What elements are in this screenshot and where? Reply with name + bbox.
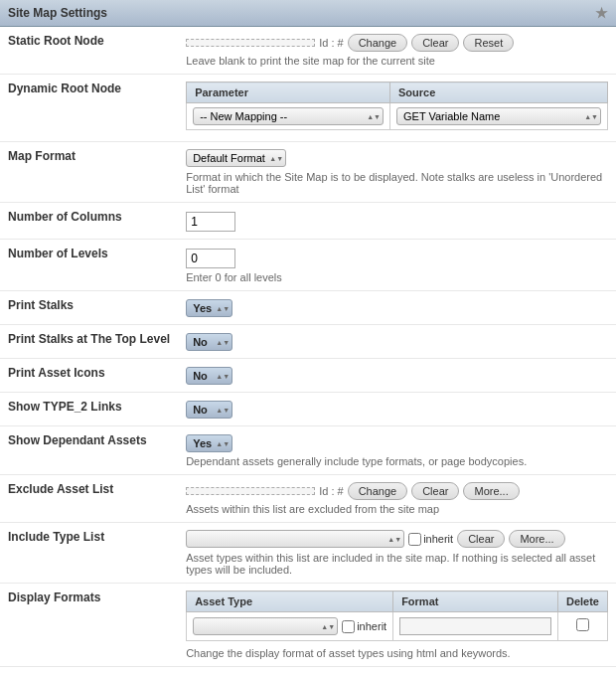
include-type-hint: Asset types within this list are include… <box>186 552 608 576</box>
source-select-wrapper: GET Variable Name <box>396 107 601 125</box>
print-stalks-top-label: Print Stalks at The Top Level <box>8 332 170 346</box>
static-root-id-label: Id : # <box>319 37 343 49</box>
map-format-row: Map Format Default Format Format in whic… <box>0 142 616 203</box>
static-root-clear-button[interactable]: Clear <box>411 34 459 52</box>
print-asset-icons-select[interactable]: No Yes <box>186 367 232 385</box>
show-type2-links-label: Show TYPE_2 Links <box>8 400 122 414</box>
number-of-levels-label: Number of Levels <box>8 247 108 260</box>
print-stalks-top-select-wrapper: No Yes <box>186 333 232 351</box>
include-type-clear-button[interactable]: Clear <box>457 530 505 548</box>
print-stalks-top-row: Print Stalks at The Top Level No Yes <box>0 325 616 359</box>
display-formats-table: Asset Type Format Delete <box>186 591 608 641</box>
source-col-header: Source <box>389 83 607 103</box>
parameter-col-header: Parameter <box>187 83 390 103</box>
display-formats-row: Display Formats Asset Type Format Delete <box>0 584 616 667</box>
format-input[interactable] <box>399 617 551 635</box>
static-root-node-label: Static Root Node <box>8 34 104 48</box>
dynamic-root-node-row: Dynamic Root Node Parameter Source - <box>0 75 616 142</box>
exclude-asset-list-row: Exclude Asset List Id : # Change Clear M… <box>0 475 616 523</box>
include-type-list-row: Include Type List inherit Clear More... … <box>0 523 616 584</box>
title-bar: Site Map Settings ★ <box>0 0 616 27</box>
print-stalks-select[interactable]: Yes No <box>186 299 232 317</box>
exclude-asset-change-button[interactable]: Change <box>348 482 408 500</box>
star-icon: ★ <box>595 5 608 21</box>
include-type-inherit-checkbox[interactable] <box>408 533 421 546</box>
display-formats-hint: Change the display format of asset types… <box>186 647 608 659</box>
display-format-row: inherit <box>187 612 608 641</box>
print-asset-icons-row: Print Asset Icons No Yes <box>0 359 616 393</box>
number-of-columns-input[interactable] <box>186 212 235 232</box>
show-dependant-select-wrapper: Yes No <box>186 434 232 452</box>
number-of-levels-row: Number of Levels Enter 0 for all levels <box>0 240 616 291</box>
exclude-asset-list-label: Exclude Asset List <box>8 482 113 496</box>
static-root-change-button[interactable]: Change <box>348 34 408 52</box>
print-stalks-label: Print Stalks <box>8 298 74 312</box>
include-type-list-label: Include Type List <box>8 530 104 544</box>
show-dependant-label: Show Dependant Assets <box>8 433 147 447</box>
include-type-more-button[interactable]: More... <box>509 530 564 548</box>
number-of-levels-input[interactable] <box>186 249 235 268</box>
mapping-select[interactable]: -- New Mapping -- <box>193 107 384 125</box>
static-root-node-display <box>186 39 315 47</box>
include-type-select-wrapper <box>186 530 404 548</box>
asset-type-select-wrapper <box>193 617 338 635</box>
delete-checkbox[interactable] <box>576 618 589 631</box>
exclude-asset-hint: Assets within this list are excluded fro… <box>186 503 608 515</box>
source-select[interactable]: GET Variable Name <box>396 107 601 125</box>
number-of-levels-hint: Enter 0 for all levels <box>186 271 608 283</box>
display-format-inherit-checkbox[interactable] <box>342 620 355 633</box>
exclude-asset-id-label: Id : # <box>319 485 343 497</box>
show-type2-links-select-wrapper: No Yes <box>186 401 232 419</box>
print-stalks-top-select[interactable]: No Yes <box>186 333 232 351</box>
map-format-select[interactable]: Default Format <box>186 149 286 167</box>
show-dependant-select[interactable]: Yes No <box>186 434 232 452</box>
number-of-columns-label: Number of Columns <box>8 210 122 224</box>
dynamic-root-node-label: Dynamic Root Node <box>8 82 121 95</box>
exclude-asset-more-button[interactable]: More... <box>463 482 519 500</box>
exclude-asset-clear-button[interactable]: Clear <box>411 482 459 500</box>
page-title: Site Map Settings <box>8 6 107 20</box>
map-format-hint: Format in which the Site Map is to be di… <box>186 171 608 195</box>
print-asset-icons-label: Print Asset Icons <box>8 366 105 380</box>
static-root-hint: Leave blank to print the site map for th… <box>186 55 608 67</box>
delete-col-header: Delete <box>557 591 607 612</box>
asset-type-select[interactable] <box>193 617 338 635</box>
show-type2-links-row: Show TYPE_2 Links No Yes <box>0 393 616 426</box>
mapping-select-wrapper: -- New Mapping -- <box>193 107 384 125</box>
display-format-inherit-label: inherit <box>342 620 386 633</box>
print-asset-icons-select-wrapper: No Yes <box>186 367 232 385</box>
asset-type-inner: inherit <box>193 617 386 635</box>
show-type2-links-select[interactable]: No Yes <box>186 401 232 419</box>
print-stalks-select-wrapper: Yes No <box>186 299 232 317</box>
static-root-node-row: Static Root Node Id : # Change Clear Res… <box>0 27 616 75</box>
asset-type-col-header: Asset Type <box>187 591 393 612</box>
settings-table: Static Root Node Id : # Change Clear Res… <box>0 27 616 667</box>
exclude-asset-display <box>186 487 315 495</box>
show-dependant-hint: Dependant assets generally include type … <box>186 455 608 467</box>
format-select-wrapper: Default Format <box>186 149 286 167</box>
map-format-label: Map Format <box>8 149 76 163</box>
dynamic-mapping-table: Parameter Source -- New Mapping -- <box>186 82 608 130</box>
include-type-inherit-label: inherit <box>408 533 453 546</box>
display-formats-label: Display Formats <box>8 591 100 604</box>
show-dependant-row: Show Dependant Assets Yes No Dependant a… <box>0 426 616 475</box>
include-type-select[interactable] <box>186 530 404 548</box>
number-of-columns-row: Number of Columns <box>0 203 616 240</box>
print-stalks-row: Print Stalks Yes No <box>0 291 616 325</box>
format-col-header: Format <box>393 591 558 612</box>
static-root-reset-button[interactable]: Reset <box>463 34 514 52</box>
